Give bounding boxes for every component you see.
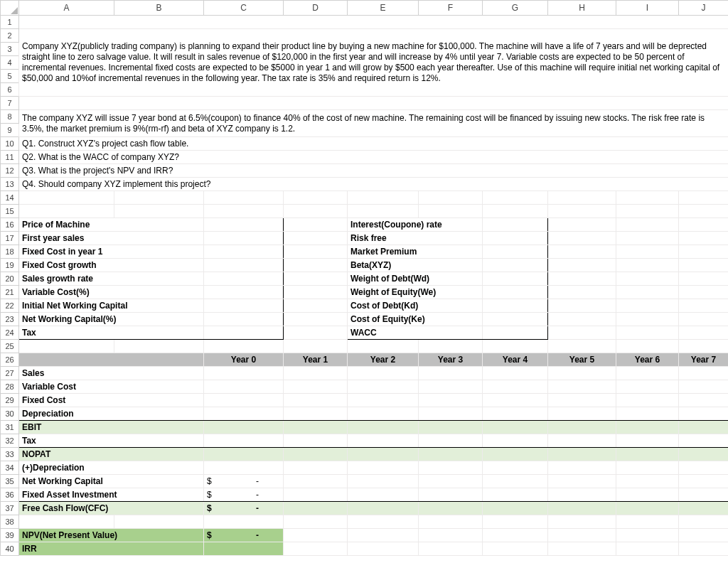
label-nwc-pct[interactable]: Net Working Capital(%)	[19, 313, 204, 326]
row-sales[interactable]: Sales	[19, 367, 204, 380]
col-header-D[interactable]: D	[284, 1, 348, 16]
col-header-I[interactable]: I	[616, 1, 679, 16]
year-3[interactable]: Year 3	[419, 353, 483, 367]
cell[interactable]	[679, 542, 729, 556]
cell[interactable]	[483, 394, 548, 407]
cell[interactable]	[548, 380, 616, 394]
cell[interactable]	[419, 515, 483, 529]
narrative-paragraph-1[interactable]: Company XYZ(publicly trading company) is…	[19, 29, 729, 97]
cell[interactable]	[616, 461, 679, 475]
col-header-A[interactable]: A	[19, 1, 114, 16]
cell[interactable]	[284, 448, 348, 461]
cell[interactable]	[616, 326, 679, 340]
cell[interactable]	[284, 232, 348, 245]
input-tax[interactable]	[204, 326, 284, 340]
cell[interactable]	[679, 380, 729, 394]
cell[interactable]	[616, 380, 679, 394]
cell[interactable]	[284, 475, 348, 488]
cell[interactable]	[284, 326, 348, 340]
cell-nwc-y0[interactable]: $-	[204, 475, 284, 488]
cell[interactable]	[483, 407, 548, 421]
row-depreciation[interactable]: Depreciation	[19, 407, 204, 421]
cell[interactable]	[419, 191, 483, 205]
cell[interactable]	[419, 461, 483, 475]
cell[interactable]	[548, 448, 616, 461]
label-weight-debt[interactable]: Weight of Debt(Wd)	[348, 272, 483, 286]
cell[interactable]	[483, 340, 548, 353]
col-header-C[interactable]: C	[204, 1, 284, 16]
cell[interactable]	[348, 542, 419, 556]
cell[interactable]	[348, 461, 419, 475]
input-sales-growth[interactable]	[204, 272, 284, 286]
row-irr[interactable]: IRR	[19, 542, 204, 556]
cell[interactable]	[679, 421, 729, 434]
cell[interactable]	[616, 502, 679, 515]
cell[interactable]	[419, 475, 483, 488]
cell[interactable]	[348, 448, 419, 461]
cell[interactable]	[548, 421, 616, 434]
cell[interactable]	[204, 191, 284, 205]
cell[interactable]	[284, 299, 348, 313]
cell[interactable]	[548, 259, 616, 272]
row-header-26[interactable]: 26	[1, 353, 19, 367]
cell[interactable]	[483, 461, 548, 475]
cell[interactable]	[284, 340, 348, 353]
cell[interactable]	[483, 191, 548, 205]
label-cost-equity[interactable]: Cost of Equity(Ke)	[348, 313, 483, 326]
row-header-10[interactable]: 10	[1, 137, 19, 151]
cell[interactable]	[483, 380, 548, 394]
cell[interactable]	[284, 407, 348, 421]
row-header-15[interactable]: 15	[1, 205, 19, 218]
col-header-F[interactable]: F	[419, 1, 483, 16]
cell[interactable]	[548, 232, 616, 245]
cell[interactable]	[548, 434, 616, 448]
cell[interactable]	[616, 515, 679, 529]
cell[interactable]	[348, 340, 419, 353]
input-initial-nwc[interactable]	[204, 299, 284, 313]
cell[interactable]	[19, 97, 729, 110]
input-nwc-pct[interactable]	[204, 313, 284, 326]
input-first-year-sales[interactable]	[204, 232, 284, 245]
row-header-40[interactable]: 40	[1, 542, 19, 556]
cell[interactable]	[679, 529, 729, 542]
cell[interactable]	[616, 272, 679, 286]
year-6[interactable]: Year 6	[616, 353, 679, 367]
cell[interactable]	[284, 461, 348, 475]
cell[interactable]	[348, 434, 419, 448]
label-initial-nwc[interactable]: Initial Net Working Capital	[19, 299, 204, 313]
cell[interactable]	[419, 448, 483, 461]
cell[interactable]	[348, 515, 419, 529]
input-weight-debt[interactable]	[483, 272, 548, 286]
cell[interactable]	[548, 394, 616, 407]
cell[interactable]	[204, 421, 284, 434]
cell[interactable]	[548, 286, 616, 299]
row-header-14[interactable]: 14	[1, 191, 19, 205]
row-header-36[interactable]: 36	[1, 488, 19, 502]
cell[interactable]	[419, 488, 483, 502]
cell[interactable]	[114, 205, 204, 218]
cell[interactable]	[679, 515, 729, 529]
row-header-32[interactable]: 32	[1, 434, 19, 448]
cell[interactable]	[679, 394, 729, 407]
cell[interactable]	[548, 272, 616, 286]
row-ebit[interactable]: EBIT	[19, 421, 204, 434]
cell[interactable]	[679, 367, 729, 380]
row-header-19[interactable]: 19	[1, 259, 19, 272]
label-first-year-sales[interactable]: First year sales	[19, 232, 204, 245]
cell[interactable]	[483, 488, 548, 502]
cell[interactable]	[19, 16, 729, 29]
row-header-3[interactable]: 3	[1, 43, 19, 56]
cell[interactable]	[348, 205, 419, 218]
cell[interactable]	[419, 394, 483, 407]
cell[interactable]	[616, 421, 679, 434]
cell[interactable]	[679, 245, 729, 259]
cell[interactable]	[483, 448, 548, 461]
row-header-13[interactable]: 13	[1, 178, 19, 191]
cell[interactable]	[284, 259, 348, 272]
cell[interactable]	[548, 326, 616, 340]
input-fixed-cost-growth[interactable]	[204, 259, 284, 272]
cell[interactable]	[348, 367, 419, 380]
label-variable-cost-pct[interactable]: Variable Cost(%)	[19, 286, 204, 299]
input-cost-equity[interactable]	[483, 313, 548, 326]
cell[interactable]	[616, 434, 679, 448]
